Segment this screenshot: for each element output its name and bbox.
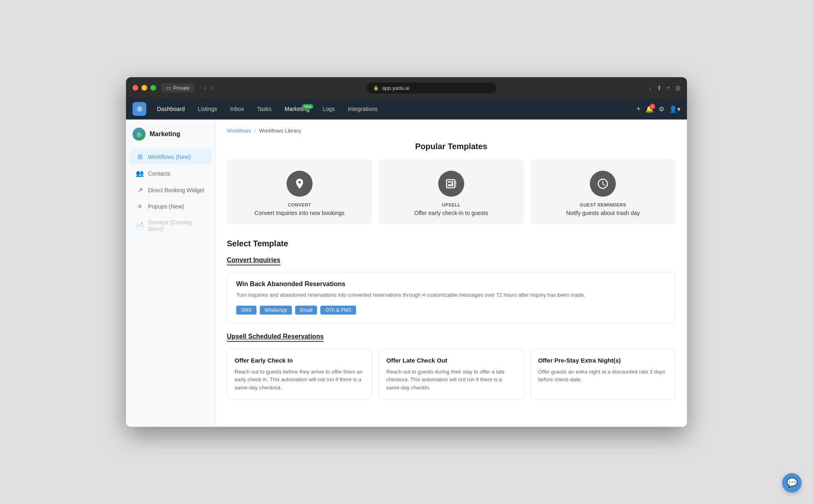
popular-templates-title: Popular Templates <box>227 142 676 151</box>
sidebar: ◎ Marketing ⊞ Workflows (New) 👥 Contacts… <box>126 119 215 427</box>
nav-item-integrations[interactable]: Integrations <box>342 103 383 115</box>
sidebar-header: ◎ Marketing <box>126 128 215 149</box>
nav-item-tasks[interactable]: Tasks <box>251 103 277 115</box>
maximize-button[interactable] <box>150 85 156 91</box>
navbar: ⊕ Dashboard Listings Inbox Tasks Marketi… <box>126 98 687 119</box>
template-card-convert[interactable]: CONVERT Convert Inquiries into new booki… <box>227 159 372 224</box>
reminders-type: GUEST REMINDERS <box>580 202 626 207</box>
reminders-desc: Notify guests about trash day <box>566 210 640 216</box>
upsell-icon <box>445 178 457 190</box>
win-back-desc: Turn inquiries and abandoned reservation… <box>236 291 666 299</box>
breadcrumb: Workflows / Workflows Library <box>227 128 676 134</box>
reminders-icon <box>597 178 609 190</box>
contacts-icon: 👥 <box>136 169 144 177</box>
select-template-title: Select Template <box>227 239 676 248</box>
sidebar-title: Marketing <box>150 130 180 138</box>
template-cards: CONVERT Convert Inquiries into new booki… <box>227 159 676 224</box>
share-icon[interactable]: ⬆ <box>656 84 662 92</box>
titlebar-center: 🔒 app.yada.ai <box>220 83 643 93</box>
nav-right: + 🔔 4 ⚙ 👤▾ <box>636 105 680 113</box>
extra-night-title: Offer Pre-Stay Extra Night(s) <box>538 357 668 364</box>
app-window: ▭ Private ‹ › 🔒 app.yada.ai ↓ ⬆ + ⊞ ⊕ Da… <box>126 77 687 427</box>
marketing-badge: New <box>302 104 313 109</box>
win-back-tags: SMS WhatsApp Email OTA & PMS <box>236 306 666 315</box>
sidebar-logo: ◎ <box>133 128 146 141</box>
nav-item-listings[interactable]: Listings <box>192 103 223 115</box>
sidebar-item-workflows[interactable]: ⊞ Workflows (New) <box>129 149 212 165</box>
plus-icon[interactable]: + <box>636 105 641 113</box>
notifications-bell[interactable]: 🔔 4 <box>646 105 654 113</box>
sidebar-label-booking: Direct Booking Widget <box>148 187 204 193</box>
avatar[interactable]: 👤▾ <box>669 105 680 113</box>
convert-icon-circle <box>287 171 313 197</box>
bell-badge: 4 <box>650 104 655 109</box>
upsell-section-title: Upsell Scheduled Reservations <box>227 333 324 342</box>
titlebar: ▭ Private ‹ › 🔒 app.yada.ai ↓ ⬆ + ⊞ <box>126 77 687 98</box>
booking-widget-icon: ↗ <box>136 186 144 194</box>
tab-label: Private <box>173 85 189 91</box>
minimize-button[interactable] <box>141 85 147 91</box>
upsell-type: UPSELL <box>442 202 461 207</box>
convert-section-title: Convert Inquiries <box>227 256 280 265</box>
breadcrumb-current: Workflows Library <box>259 128 301 134</box>
lock-icon: 🔒 <box>373 85 379 91</box>
convert-section: Convert Inquiries Win Back Abanonded Res… <box>227 256 676 323</box>
traffic-lights <box>133 85 156 91</box>
reminders-icon-circle <box>590 171 616 197</box>
nav-item-inbox[interactable]: Inbox <box>224 103 250 115</box>
late-checkout-title: Offer Late Check Out <box>386 357 516 364</box>
win-back-card[interactable]: Win Back Abanonded Reservations Turn inq… <box>227 272 676 323</box>
sidebar-item-contacts[interactable]: 👥 Contacts <box>129 165 212 181</box>
add-tab-icon[interactable]: + <box>667 84 670 91</box>
sidebar-logo-icon: ◎ <box>137 131 141 137</box>
sidebar-label-workflows: Workflows (New) <box>148 154 191 160</box>
nav-item-logs[interactable]: Logs <box>317 103 340 115</box>
settings-icon[interactable]: ⚙ <box>659 105 664 113</box>
close-button[interactable] <box>133 85 138 91</box>
nav-item-marketing[interactable]: Marketing New <box>279 103 315 115</box>
extra-night-card[interactable]: Offer Pre-Stay Extra Night(s) Offer gues… <box>530 348 676 400</box>
main-layout: ◎ Marketing ⊞ Workflows (New) 👥 Contacts… <box>126 119 687 427</box>
surveys-icon: 📄 <box>136 222 144 230</box>
download-icon[interactable]: ↓ <box>648 84 652 91</box>
logo-icon: ⊕ <box>137 104 143 113</box>
nav-logo: ⊕ <box>133 102 146 116</box>
late-checkout-desc: Reach out to guests during their stay to… <box>386 368 516 392</box>
win-back-title: Win Back Abanonded Reservations <box>236 280 666 288</box>
sidebar-label-contacts: Contacts <box>148 170 170 177</box>
tag-sms: SMS <box>236 306 257 315</box>
tabs-icon[interactable]: ⊞ <box>675 84 680 92</box>
url-bar[interactable]: 🔒 app.yada.ai <box>367 83 497 93</box>
tab-icon: ▭ <box>166 85 171 91</box>
tag-ota: OTA & PMS <box>320 306 356 315</box>
early-checkin-desc: Reach out to guests before they arrive t… <box>235 368 364 392</box>
popups-icon: ≡ <box>136 203 144 210</box>
back-button[interactable]: ‹ <box>202 83 208 92</box>
titlebar-right: ↓ ⬆ + ⊞ <box>648 84 680 92</box>
template-card-upsell[interactable]: UPSELL Offer early check-in to guests <box>378 159 524 224</box>
breadcrumb-separator: / <box>254 128 256 134</box>
extra-night-desc: Offer guests an extra night at a discoun… <box>538 368 668 384</box>
nav-item-dashboard[interactable]: Dashboard <box>151 103 191 115</box>
main-content: Workflows / Workflows Library Popular Te… <box>215 119 687 427</box>
upsell-grid: Offer Early Check In Reach out to guests… <box>227 348 676 400</box>
browser-nav: ‹ › <box>202 83 215 92</box>
upsell-desc: Offer early check-in to guests <box>414 210 488 216</box>
sidebar-item-booking-widget[interactable]: ↗ Direct Booking Widget <box>129 182 212 198</box>
convert-type: CONVERT <box>288 202 311 207</box>
early-checkin-title: Offer Early Check In <box>235 357 364 364</box>
convert-icon <box>293 178 306 190</box>
chat-bubble[interactable]: 💬 <box>782 473 802 493</box>
early-checkin-card[interactable]: Offer Early Check In Reach out to guests… <box>227 348 372 400</box>
tag-whatsapp: WhatsApp <box>260 306 292 315</box>
sidebar-label-popups: Popups (New) <box>148 203 184 210</box>
sidebar-label-surveys: Surveys (Coming Soon) <box>148 219 205 232</box>
sidebar-item-popups[interactable]: ≡ Popups (New) <box>129 199 212 214</box>
sidebar-item-surveys: 📄 Surveys (Coming Soon) <box>129 215 212 236</box>
workflows-icon: ⊞ <box>136 153 144 161</box>
upsell-icon-circle <box>438 171 464 197</box>
template-card-reminders[interactable]: GUEST REMINDERS Notify guests about tras… <box>530 159 676 224</box>
forward-button[interactable]: › <box>210 83 215 92</box>
breadcrumb-link[interactable]: Workflows <box>227 128 251 134</box>
late-checkout-card[interactable]: Offer Late Check Out Reach out to guests… <box>378 348 524 400</box>
